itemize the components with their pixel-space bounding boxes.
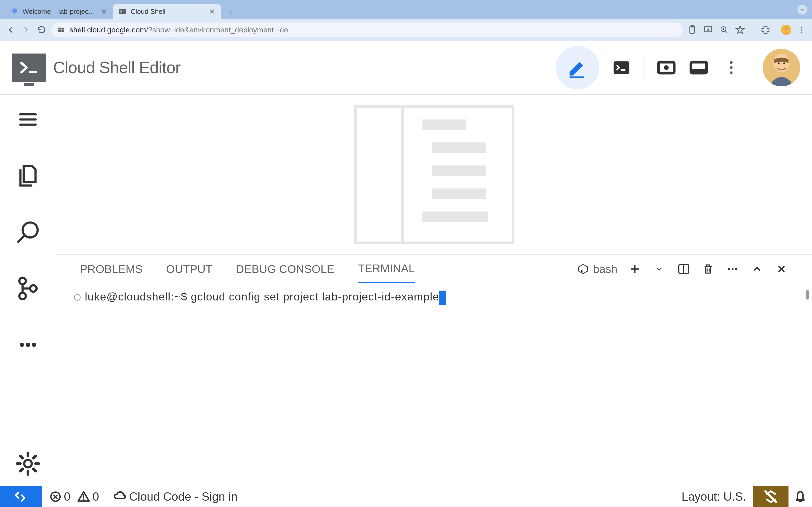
- svg-point-28: [19, 293, 26, 299]
- activity-bar: [0, 95, 56, 486]
- more-sidebar-icon[interactable]: [15, 332, 41, 358]
- svg-rect-17: [621, 69, 625, 71]
- more-actions-icon[interactable]: [725, 262, 740, 276]
- svg-point-38: [735, 268, 737, 270]
- tabs-dropdown-icon[interactable]: [798, 5, 807, 14]
- split-terminal-icon[interactable]: [677, 262, 691, 276]
- svg-point-13: [801, 32, 802, 33]
- svg-point-24: [778, 62, 779, 64]
- svg-point-11: [801, 27, 802, 28]
- zoom-icon[interactable]: [718, 24, 730, 36]
- terminal-panel: PROBLEMS OUTPUT DEBUG CONSOLE TERMINAL b…: [56, 255, 812, 486]
- keyboard-layout[interactable]: Layout: U.S.: [681, 490, 753, 504]
- terminal-dropdown-icon[interactable]: [652, 262, 666, 276]
- tab-close-icon[interactable]: ✕: [101, 8, 107, 15]
- tab-debug-console[interactable]: DEBUG CONSOLE: [236, 255, 334, 283]
- svg-rect-3: [58, 30, 61, 32]
- settings-gear-icon[interactable]: [15, 451, 41, 476]
- shell-type-label[interactable]: bash: [577, 263, 617, 276]
- bookmark-star-icon[interactable]: [734, 24, 746, 36]
- terminal-cursor: [439, 291, 446, 305]
- terminal-tabs: PROBLEMS OUTPUT DEBUG CONSOLE TERMINAL b…: [56, 255, 812, 283]
- tab-title: Welcome – lab-project-id-ex: [22, 8, 97, 15]
- terminal-logo-icon: [12, 54, 46, 82]
- source-control-icon[interactable]: [15, 276, 41, 301]
- svg-point-25: [783, 62, 785, 64]
- document-placeholder-icon: [354, 105, 514, 244]
- svg-point-12: [801, 29, 802, 31]
- explorer-icon[interactable]: [15, 163, 41, 189]
- tab-close-icon[interactable]: ✕: [209, 8, 215, 15]
- clipboard-icon[interactable]: [687, 24, 698, 36]
- more-menu-button[interactable]: [721, 57, 742, 78]
- profile-avatar[interactable]: [781, 25, 791, 35]
- svg-rect-15: [569, 76, 583, 78]
- address-bar-actions: [687, 24, 807, 36]
- preview-button[interactable]: [656, 57, 677, 78]
- sync-off-badge[interactable]: [753, 486, 789, 507]
- svg-point-34: [580, 270, 583, 272]
- svg-rect-14: [29, 71, 37, 73]
- tab-welcome[interactable]: Welcome – lab-project-id-ex ✕: [5, 4, 113, 19]
- close-panel-icon[interactable]: [774, 262, 789, 276]
- google-cloud-favicon: [10, 7, 19, 16]
- search-icon[interactable]: [15, 219, 41, 245]
- svg-point-29: [30, 285, 37, 292]
- svg-rect-21: [691, 69, 707, 73]
- svg-point-27: [19, 278, 26, 284]
- warnings-count[interactable]: 0: [77, 490, 99, 504]
- new-terminal-icon[interactable]: [628, 262, 642, 276]
- back-button[interactable]: [5, 24, 16, 36]
- cloud-shell-favicon: [118, 7, 127, 16]
- svg-rect-16: [614, 61, 629, 74]
- svg-point-36: [728, 268, 730, 270]
- cloud-shell-logo[interactable]: Cloud Shell Editor: [12, 54, 181, 82]
- cloud-code-signin[interactable]: Cloud Code - Sign in: [113, 490, 238, 504]
- editor-placeholder: [56, 95, 812, 255]
- terminal-button[interactable]: [611, 57, 632, 78]
- extensions-icon[interactable]: [760, 24, 771, 36]
- cloud-shell-header: Cloud Shell Editor: [0, 41, 812, 95]
- tab-terminal[interactable]: TERMINAL: [358, 255, 415, 283]
- errors-count[interactable]: 0: [49, 490, 70, 504]
- terminal-text: luke@cloudshell:~$ gcloud config set pro…: [85, 290, 446, 305]
- terminal-line: luke@cloudshell:~$ gcloud config set pro…: [74, 290, 794, 305]
- terminal-status-icon: [74, 294, 81, 301]
- maximize-panel-icon[interactable]: [750, 262, 764, 276]
- notification-bell-icon[interactable]: [789, 486, 812, 507]
- svg-point-19: [664, 65, 669, 70]
- window-button[interactable]: [689, 57, 709, 78]
- terminal-actions: bash: [577, 262, 789, 276]
- scrollbar[interactable]: [806, 290, 809, 299]
- profile-avatar-large[interactable]: [763, 49, 800, 87]
- tab-output[interactable]: OUTPUT: [166, 255, 212, 283]
- header-actions: [556, 46, 800, 90]
- more-dots-icon: [730, 61, 732, 74]
- editor-content: PROBLEMS OUTPUT DEBUG CONSOLE TERMINAL b…: [56, 95, 812, 486]
- reload-button[interactable]: [36, 24, 47, 36]
- delete-terminal-icon[interactable]: [701, 262, 715, 276]
- forward-button[interactable]: [20, 24, 32, 36]
- url-text: shell.cloud.google.com/?show=ide&environ…: [69, 25, 677, 34]
- new-tab-button[interactable]: +: [225, 7, 237, 19]
- status-bar: 0 0 Cloud Code - Sign in Layout: U.S.: [0, 486, 812, 507]
- svg-point-40: [83, 499, 84, 500]
- svg-point-30: [20, 343, 24, 347]
- divider: [644, 54, 644, 82]
- site-info-icon[interactable]: [57, 25, 65, 34]
- editor-button[interactable]: [556, 46, 599, 90]
- chrome-menu-icon[interactable]: [796, 24, 807, 36]
- tab-problems[interactable]: PROBLEMS: [80, 255, 143, 283]
- svg-point-31: [26, 343, 30, 347]
- browser-address-bar: shell.cloud.google.com/?show=ide&environ…: [0, 19, 812, 41]
- divider: [776, 24, 776, 36]
- install-icon[interactable]: [703, 24, 714, 36]
- menu-icon[interactable]: [15, 107, 41, 132]
- terminal-body[interactable]: luke@cloudshell:~$ gcloud config set pro…: [56, 283, 812, 486]
- tab-title: Cloud Shell: [131, 8, 205, 15]
- svg-rect-1: [58, 28, 61, 30]
- remote-indicator[interactable]: [0, 486, 42, 507]
- url-input[interactable]: shell.cloud.google.com/?show=ide&environ…: [51, 22, 683, 37]
- svg-point-10: [784, 26, 788, 30]
- tab-cloud-shell[interactable]: Cloud Shell ✕: [113, 4, 221, 19]
